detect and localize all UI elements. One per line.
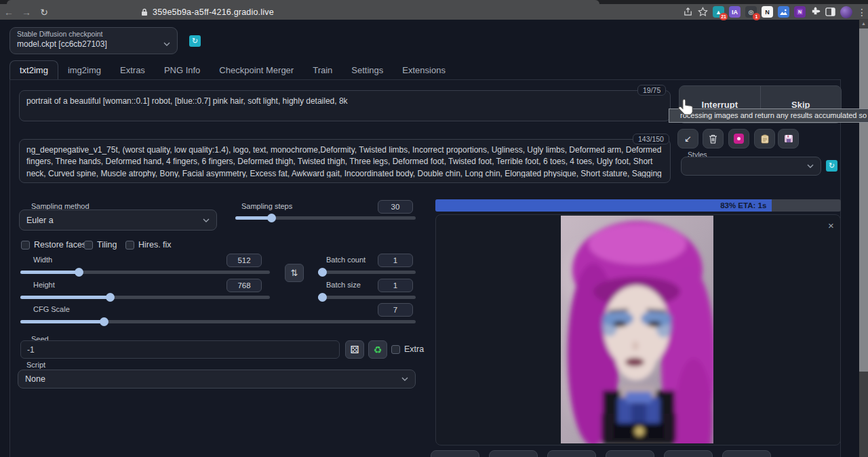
trash-icon — [709, 134, 717, 144]
restore-faces-label: Restore faces — [34, 240, 86, 250]
batch-size-label: Batch size — [326, 281, 361, 289]
paste-params-button[interactable]: ↙ — [677, 129, 698, 148]
page-scrollbar[interactable]: ▲ — [859, 19, 868, 457]
svg-text:N: N — [798, 9, 802, 14]
gallery-action-button[interactable] — [489, 450, 538, 457]
slider-thumb[interactable] — [267, 214, 276, 222]
clear-prompt-button[interactable] — [703, 129, 724, 148]
reload-icon[interactable]: ↻ — [35, 7, 53, 18]
restore-faces-checkbox[interactable] — [21, 241, 30, 250]
reuse-seed-button[interactable]: ♻ — [368, 340, 387, 359]
gallery-action-button[interactable] — [606, 450, 654, 457]
progress-fill: 83% ETA: 1s — [435, 199, 772, 212]
checkpoint-refresh-button[interactable]: ↻ — [189, 35, 201, 47]
batch-size-input[interactable] — [378, 279, 413, 292]
extension-badge-one: 1 — [753, 13, 760, 20]
negative-prompt-box: ng_deepnegative_v1_75t, (worst quality, … — [19, 139, 671, 183]
extension-onenote-icon[interactable]: N — [794, 6, 806, 18]
slider-thumb[interactable] — [100, 317, 108, 326]
extension-teal-icon[interactable]: ▲21 — [713, 6, 724, 18]
styles-refresh-button[interactable]: ↻ — [826, 160, 837, 172]
tiling-label: Tiling — [97, 240, 117, 250]
dice-icon: ⚄ — [350, 344, 359, 356]
seed-input[interactable] — [20, 340, 340, 359]
bookmark-star-icon[interactable] — [698, 7, 708, 17]
hires-fix-checkbox[interactable] — [125, 241, 134, 250]
tab-png-info[interactable]: PNG Info — [155, 61, 210, 79]
tab-settings[interactable]: Settings — [342, 61, 393, 79]
extensions-puzzle-icon[interactable] — [810, 7, 821, 17]
generated-image[interactable] — [561, 216, 713, 443]
extension-camera-icon[interactable]: ◎1 — [745, 6, 757, 18]
height-slider[interactable] — [20, 296, 270, 299]
batch-count-slider[interactable] — [318, 271, 416, 274]
gallery-action-button[interactable] — [547, 450, 596, 457]
height-input[interactable] — [226, 279, 262, 292]
sampling-method-select[interactable]: Euler a — [19, 210, 217, 231]
tab-checkpoint-merger[interactable]: Checkpoint Merger — [210, 61, 303, 79]
checkpoint-dropdown[interactable]: Stable Diffusion checkpoint model.ckpt [… — [9, 27, 178, 54]
extension-ia-icon[interactable]: IA — [729, 6, 741, 18]
gallery-action-button[interactable] — [664, 450, 713, 457]
chevron-down-icon — [401, 377, 408, 381]
tiling-checkbox[interactable] — [84, 241, 93, 250]
address-bar[interactable]: 359e5b9a-a5ff-4216.gradio.live — [141, 7, 274, 17]
cfg-scale-label: CFG Scale — [33, 305, 70, 313]
extra-networks-button[interactable] — [728, 129, 749, 148]
close-preview-icon[interactable]: × — [828, 220, 834, 231]
sampling-method-value: Euler a — [26, 216, 54, 225]
browser-actions: ▲21 IA ◎1 N N ⋮ — [683, 4, 865, 20]
batch-size-slider[interactable] — [318, 296, 416, 299]
scrollbar-thumb[interactable] — [859, 28, 868, 372]
profile-avatar[interactable] — [840, 6, 852, 18]
tab-txt2img[interactable]: txt2img — [9, 60, 58, 79]
prompt-input[interactable]: portrait of a beautiful [woman::0.1] rob… — [26, 96, 663, 116]
browser-menu-icon[interactable]: ⋮ — [857, 7, 865, 18]
gallery-action-button[interactable] — [431, 450, 479, 457]
hires-fix-label: Hires. fix — [138, 240, 172, 250]
tab-extensions[interactable]: Extensions — [393, 61, 455, 79]
txt2img-panel: portrait of a beautiful [woman::0.1] rob… — [9, 79, 841, 457]
screen: ← → ↻ 359e5b9a-a5ff-4216.gradio.live ▲21… — [0, 0, 868, 457]
batch-count-input[interactable] — [378, 254, 413, 267]
side-panel-icon[interactable] — [825, 7, 835, 17]
interrupt-tooltip: rocessing images and return any results … — [669, 108, 868, 123]
random-seed-button[interactable]: ⚄ — [345, 340, 364, 359]
extension-notion-icon[interactable]: N — [762, 6, 773, 18]
checkpoint-label: Stable Diffusion checkpoint — [17, 30, 170, 38]
recycle-icon: ♻ — [374, 344, 382, 355]
forward-icon[interactable]: → — [18, 7, 35, 18]
tab-extras[interactable]: Extras — [111, 61, 155, 79]
share-icon[interactable] — [683, 7, 693, 17]
sampling-steps-input[interactable] — [378, 200, 413, 214]
slider-thumb[interactable] — [75, 268, 83, 277]
back-icon[interactable]: ← — [0, 7, 18, 18]
scrollbar-up-icon[interactable]: ▲ — [859, 19, 868, 28]
width-label: Width — [33, 256, 52, 264]
swap-dimensions-button[interactable]: ⇅ — [285, 264, 304, 282]
slider-thumb[interactable] — [106, 293, 115, 302]
cfg-scale-input[interactable] — [378, 303, 413, 317]
width-input[interactable] — [226, 254, 262, 267]
tab-img2img[interactable]: img2img — [58, 61, 111, 79]
main-tabs: txt2img img2img Extras PNG Info Checkpoi… — [9, 60, 841, 79]
slider-thumb[interactable] — [318, 293, 327, 302]
tab-train[interactable]: Train — [303, 61, 342, 79]
slider-thumb[interactable] — [318, 268, 327, 277]
negative-prompt-input[interactable]: ng_deepnegative_v1_75t, (worst quality, … — [26, 144, 663, 178]
sampling-steps-slider[interactable] — [235, 216, 416, 220]
lock-icon — [141, 8, 148, 16]
extension-photos-icon[interactable] — [778, 6, 789, 18]
apply-styles-button[interactable] — [754, 129, 775, 148]
chevron-down-icon — [807, 164, 814, 168]
width-slider[interactable] — [20, 271, 270, 274]
script-value: None — [25, 374, 45, 384]
styles-dropdown[interactable] — [681, 157, 821, 176]
progress-bar: 83% ETA: 1s — [435, 199, 841, 212]
gallery-action-button[interactable] — [722, 450, 771, 457]
cfg-scale-slider[interactable] — [20, 320, 416, 323]
clipboard-icon — [761, 134, 769, 144]
save-style-button[interactable] — [778, 129, 799, 148]
script-select[interactable]: None — [18, 370, 416, 389]
seed-extra-checkbox[interactable] — [391, 345, 400, 354]
